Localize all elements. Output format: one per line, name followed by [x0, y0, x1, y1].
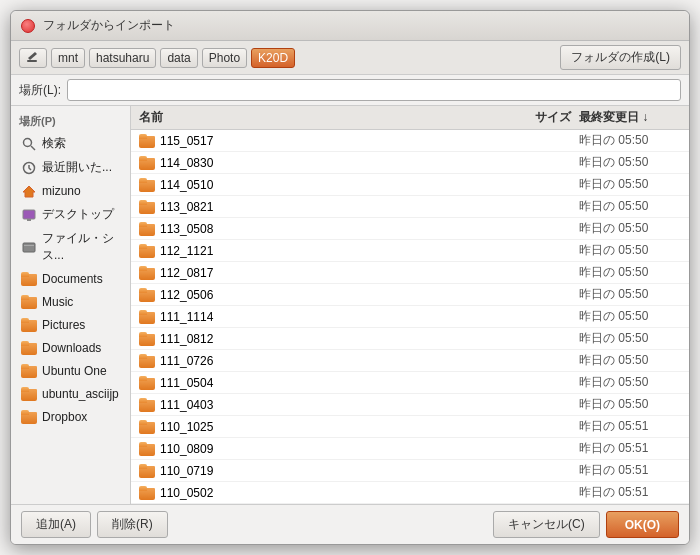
sidebar-item-documents[interactable]: Documents: [13, 268, 128, 290]
breadcrumb-mnt[interactable]: mnt: [51, 48, 85, 68]
table-row[interactable]: 110_0809 昨日の 05:51: [131, 438, 689, 460]
breadcrumb-hatsuharu[interactable]: hatsuharu: [89, 48, 156, 68]
file-date-cell: 昨日の 05:51: [579, 462, 689, 479]
dropbox-folder-icon: [21, 409, 37, 425]
breadcrumb-k20d[interactable]: K20D: [251, 48, 295, 68]
sidebar-item-ubuntuasciijp-label: ubuntu_asciijp: [42, 387, 119, 401]
table-row[interactable]: 114_0510 昨日の 05:50: [131, 174, 689, 196]
svg-line-3: [31, 146, 35, 150]
folder-icon: [139, 398, 155, 412]
file-name-text: 111_0812: [160, 332, 213, 346]
close-button[interactable]: [21, 19, 35, 33]
file-name-text: 110_1025: [160, 420, 213, 434]
sidebar-item-search[interactable]: 検索: [13, 132, 128, 155]
file-name-text: 110_0809: [160, 442, 213, 456]
sidebar-item-filesystem[interactable]: ファイル・シス...: [13, 227, 128, 267]
file-name-text: 115_0517: [160, 134, 213, 148]
downloads-folder-icon: [21, 340, 37, 356]
sidebar-item-desktop[interactable]: デスクトップ: [13, 203, 128, 226]
table-row[interactable]: 110_0719 昨日の 05:51: [131, 460, 689, 482]
file-name-cell: 112_0817: [131, 266, 519, 280]
file-name-cell: 110_1025: [131, 420, 519, 434]
location-bar: 場所(L):: [11, 75, 689, 106]
desktop-icon: [21, 207, 37, 223]
sidebar-item-ubuntuasciijp[interactable]: ubuntu_asciijp: [13, 383, 128, 405]
column-name-header[interactable]: 名前: [131, 109, 519, 126]
file-name-text: 111_0726: [160, 354, 213, 368]
file-list-scroll[interactable]: 115_0517 昨日の 05:50 114_0830 昨日の 05:50 11…: [131, 130, 689, 504]
sidebar-item-desktop-label: デスクトップ: [42, 206, 114, 223]
svg-rect-0: [27, 60, 37, 62]
breadcrumb-bar: mnt hatsuharu data Photo K20D フォルダの作成(L): [11, 41, 689, 75]
table-row[interactable]: 112_1121 昨日の 05:50: [131, 240, 689, 262]
edit-path-button[interactable]: [19, 48, 47, 68]
sidebar-item-pictures-label: Pictures: [42, 318, 85, 332]
file-name-text: 110_0502: [160, 486, 213, 500]
sidebar-item-ubuntuone[interactable]: Ubuntu One: [13, 360, 128, 382]
table-row[interactable]: 112_0817 昨日の 05:50: [131, 262, 689, 284]
cancel-button[interactable]: キャンセル(C): [493, 511, 600, 538]
folder-icon: [139, 486, 155, 500]
file-name-cell: 110_0809: [131, 442, 519, 456]
file-date-cell: 昨日の 05:51: [579, 440, 689, 457]
table-row[interactable]: 113_0508 昨日の 05:50: [131, 218, 689, 240]
file-name-cell: 113_0508: [131, 222, 519, 236]
file-date-cell: 昨日の 05:50: [579, 242, 689, 259]
table-row[interactable]: 115_0517 昨日の 05:50: [131, 130, 689, 152]
file-date-cell: 昨日の 05:51: [579, 484, 689, 501]
file-name-text: 114_0830: [160, 156, 213, 170]
file-name-text: 113_0821: [160, 200, 213, 214]
file-list-header: 名前 サイズ 最終変更日 ↓: [131, 106, 689, 130]
file-name-cell: 114_0830: [131, 156, 519, 170]
bottom-right-actions: キャンセル(C) OK(O): [493, 511, 679, 538]
svg-rect-7: [27, 219, 31, 221]
table-row[interactable]: 110_0502 昨日の 05:51: [131, 482, 689, 504]
sidebar-item-music-label: Music: [42, 295, 73, 309]
sidebar-item-downloads-label: Downloads: [42, 341, 101, 355]
table-row[interactable]: 113_0821 昨日の 05:50: [131, 196, 689, 218]
breadcrumb-data[interactable]: data: [160, 48, 197, 68]
file-date-cell: 昨日の 05:50: [579, 396, 689, 413]
sidebar-item-recent[interactable]: 最近開いた...: [13, 156, 128, 179]
music-folder-icon: [21, 294, 37, 310]
table-row[interactable]: 111_0812 昨日の 05:50: [131, 328, 689, 350]
sidebar-item-home-label: mizuno: [42, 184, 81, 198]
file-name-cell: 110_0502: [131, 486, 519, 500]
file-date-cell: 昨日の 05:50: [579, 198, 689, 215]
sidebar-item-dropbox[interactable]: Dropbox: [13, 406, 128, 428]
file-name-text: 112_0506: [160, 288, 213, 302]
table-row[interactable]: 114_0830 昨日の 05:50: [131, 152, 689, 174]
remove-button[interactable]: 削除(R): [97, 511, 168, 538]
sidebar-item-downloads[interactable]: Downloads: [13, 337, 128, 359]
location-input[interactable]: [67, 79, 681, 101]
table-row[interactable]: 111_0403 昨日の 05:50: [131, 394, 689, 416]
recent-icon: [21, 160, 37, 176]
ok-button[interactable]: OK(O): [606, 511, 679, 538]
add-button[interactable]: 追加(A): [21, 511, 91, 538]
file-name-cell: 111_0403: [131, 398, 519, 412]
folder-icon: [139, 442, 155, 456]
table-row[interactable]: 111_0504 昨日の 05:50: [131, 372, 689, 394]
sidebar-item-music[interactable]: Music: [13, 291, 128, 313]
sidebar-item-pictures[interactable]: Pictures: [13, 314, 128, 336]
column-size-header[interactable]: サイズ: [519, 109, 579, 126]
sidebar-label: 場所(P): [11, 110, 130, 131]
folder-icon: [139, 266, 155, 280]
table-row[interactable]: 112_0506 昨日の 05:50: [131, 284, 689, 306]
column-date-header[interactable]: 最終変更日 ↓: [579, 109, 689, 126]
bottom-bar: 追加(A) 削除(R) キャンセル(C) OK(O): [11, 504, 689, 544]
breadcrumb-photo[interactable]: Photo: [202, 48, 247, 68]
make-folder-button[interactable]: フォルダの作成(L): [560, 45, 681, 70]
folder-icon: [139, 354, 155, 368]
file-name-cell: 111_0504: [131, 376, 519, 390]
file-date-cell: 昨日の 05:50: [579, 374, 689, 391]
sidebar-item-filesystem-label: ファイル・シス...: [42, 230, 120, 264]
file-name-cell: 110_0719: [131, 464, 519, 478]
table-row[interactable]: 111_1114 昨日の 05:50: [131, 306, 689, 328]
folder-icon: [139, 244, 155, 258]
file-name-cell: 111_0812: [131, 332, 519, 346]
sidebar-item-home[interactable]: mizuno: [13, 180, 128, 202]
table-row[interactable]: 111_0726 昨日の 05:50: [131, 350, 689, 372]
folder-icon: [139, 178, 155, 192]
table-row[interactable]: 110_1025 昨日の 05:51: [131, 416, 689, 438]
